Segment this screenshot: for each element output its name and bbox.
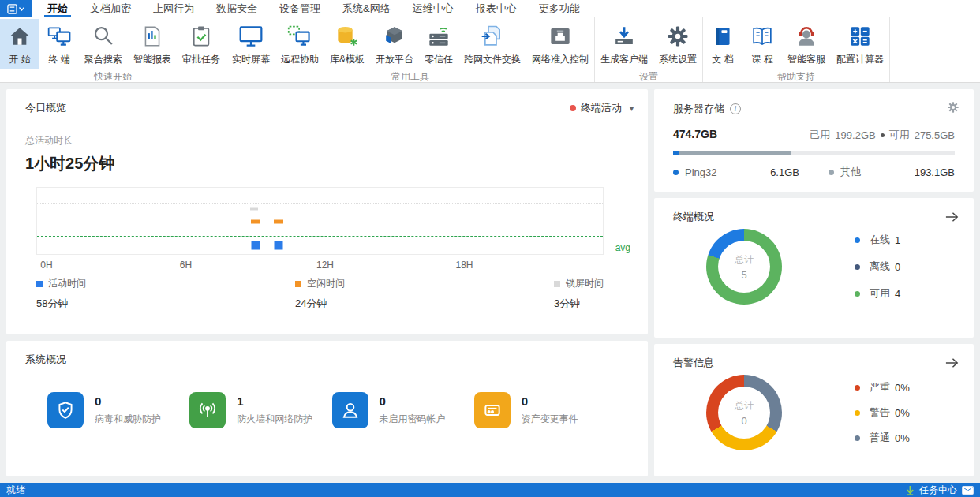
tab-web-behavior[interactable]: 上网行为 — [142, 0, 205, 17]
task-center-button[interactable]: 任务中心 — [906, 484, 974, 497]
ribbon-home-label: 开 始 — [9, 53, 30, 66]
item-name: Ping32 — [685, 166, 716, 178]
status-bar: 就绪 任务中心 — [0, 483, 980, 497]
network-access-icon — [547, 22, 574, 50]
ribbon-smart-service-label: 智能客服 — [787, 53, 825, 66]
stat-no-password-accounts: 0未启用密码帐户 — [332, 392, 474, 428]
ribbon-remote-assist-button[interactable]: 远程协助 — [275, 19, 324, 69]
used-value: 199.2GB — [835, 129, 875, 141]
terminal-detail-arrow[interactable] — [944, 211, 959, 223]
terminal-icon — [46, 22, 73, 50]
ribbon-docs-button[interactable]: 文 档 — [703, 19, 742, 69]
stat-firewall-protection: 1防火墙和网络防护 — [189, 392, 331, 428]
status-dot — [570, 105, 576, 111]
zero-trust-icon — [425, 22, 452, 50]
calculator-icon — [847, 22, 873, 50]
legend-value: 0% — [895, 432, 910, 444]
storage-used-free: 已用 199.2GB 可用 275.5GB — [810, 128, 955, 142]
ribbon-approval-button[interactable]: 审批任务 — [177, 19, 226, 69]
generate-client-icon — [611, 22, 638, 50]
storage-total: 474.7GB — [673, 128, 717, 140]
ribbon-report-button[interactable]: 智能报表 — [128, 19, 177, 69]
ribbon-zero-trust-label: 零信任 — [425, 53, 453, 66]
tab-data-security[interactable]: 数据安全 — [205, 0, 268, 17]
legend-value: 1 — [895, 234, 900, 246]
ribbon-home-button[interactable]: 开 始 — [0, 19, 39, 69]
legend-label: 空闲时间 — [307, 277, 345, 290]
ribbon-smart-service-button[interactable]: 智能客服 — [782, 19, 831, 69]
ribbon-terminal-button[interactable]: 终 端 — [39, 19, 79, 69]
legend-label: 离线 — [870, 260, 890, 274]
document-book-icon — [709, 22, 736, 50]
stat-number: 1 — [237, 394, 312, 408]
tab-start[interactable]: 开始 — [36, 0, 79, 17]
card-title: 今日概览 — [25, 101, 66, 115]
used-label: 已用 — [810, 128, 830, 142]
free-value: 275.5GB — [915, 129, 955, 141]
app-menu-button[interactable] — [0, 0, 32, 17]
tab-doc-encrypt[interactable]: 文档加密 — [79, 0, 142, 17]
stat-label: 病毒和威胁防护 — [95, 413, 161, 426]
card-title: 终端概况 — [673, 210, 714, 224]
legend-online: 在线1 — [855, 233, 900, 247]
legend-active-time: 活动时间 58分钟 — [36, 277, 295, 311]
ribbon-library-button[interactable]: 库&模板 — [324, 19, 370, 69]
system-overview-card: 系统概况 0病毒和威胁防护 1防火墙和网络防护 0未启用密码帐户 — [6, 341, 648, 476]
ribbon-search-button[interactable]: 聚合搜索 — [79, 19, 128, 69]
tab-report-center[interactable]: 报表中心 — [465, 0, 528, 17]
ribbon-group-help: 文 档 课 程 智能客服 配置计算器 帮助支持 — [703, 17, 890, 82]
alarm-detail-arrow[interactable] — [944, 357, 959, 369]
device-icon — [474, 392, 511, 428]
stat-number: 0 — [95, 394, 161, 408]
customer-service-icon — [793, 22, 820, 50]
info-icon[interactable]: i — [730, 103, 741, 114]
shield-check-icon — [47, 392, 84, 428]
item-value: 6.1GB — [770, 166, 799, 178]
ribbon-file-exchange-label: 跨网文件交换 — [464, 53, 521, 66]
ribbon-generate-client-button[interactable]: 生成客户端 — [595, 19, 653, 69]
selector-label: 终端活动 — [581, 101, 622, 115]
server-storage-card: 服务器存储 i 474.7GB 已用 199.2GB 可用 275.5GB — [654, 89, 974, 192]
tab-device-mgmt[interactable]: 设备管理 — [268, 0, 331, 17]
tab-more[interactable]: 更多功能 — [528, 0, 591, 17]
file-exchange-icon — [479, 22, 506, 50]
donut-center-value: 5 — [741, 269, 746, 281]
ribbon-system-settings-button[interactable]: 系统设置 — [653, 19, 702, 69]
chevron-down-icon: ▾ — [630, 104, 634, 113]
legend-dot — [855, 385, 860, 390]
stat-value: 1小时25分钟 — [25, 153, 648, 174]
remote-assist-icon — [286, 22, 313, 50]
ribbon-file-exchange-button[interactable]: 跨网文件交换 — [458, 19, 526, 69]
ribbon-nac-button[interactable]: 网络准入控制 — [526, 19, 594, 69]
ribbon-remote-assist-label: 远程协助 — [281, 53, 319, 66]
message-icon[interactable] — [962, 486, 974, 495]
chevron-down-icon — [19, 7, 24, 11]
legend-dot — [829, 170, 834, 175]
ribbon-generate-client-label: 生成客户端 — [600, 53, 648, 66]
legend-swatch — [554, 281, 560, 287]
activity-plot — [36, 187, 604, 255]
menu-bar: 开始 文档加密 上网行为 数据安全 设备管理 系统&网络 运维中心 报表中心 更… — [0, 0, 980, 17]
legend-value: 0% — [895, 407, 910, 419]
legend-value: 4 — [895, 288, 900, 300]
legend-value: 58分钟 — [36, 297, 295, 311]
storage-settings-gear-icon[interactable] — [947, 101, 959, 116]
ribbon-course-label: 课 程 — [751, 53, 772, 66]
avg-line — [37, 236, 603, 237]
ribbon-config-calculator-label: 配置计算器 — [836, 53, 884, 66]
ribbon-realtime-screen-button[interactable]: 实时屏幕 — [226, 19, 275, 69]
free-label: 可用 — [889, 128, 910, 142]
terminal-overview-card: 终端概况 总计 5 在线1 离线0 可用4 — [654, 198, 974, 338]
ribbon-group-common-tools: 实时屏幕 远程协助 库&模板 开放平台 零信任 — [226, 17, 595, 82]
activity-type-selector[interactable]: 终端活动 ▾ — [570, 101, 634, 115]
tab-system-network[interactable]: 系统&网络 — [331, 0, 402, 17]
storage-ping32-segment — [673, 151, 679, 155]
ribbon-zero-trust-button[interactable]: 零信任 — [419, 19, 458, 69]
ribbon-open-platform-button[interactable]: 开放平台 — [370, 19, 419, 69]
tab-ops-center[interactable]: 运维中心 — [402, 0, 465, 17]
alarm-donut-chart: 总计 0 — [706, 375, 782, 450]
avg-label: avg — [615, 242, 630, 253]
left-column: 今日概览 终端活动 ▾ 总活动时长 1小时25分钟 — [6, 89, 648, 476]
ribbon-config-calculator-button[interactable]: 配置计算器 — [831, 19, 889, 69]
ribbon-course-button[interactable]: 课 程 — [742, 19, 782, 69]
